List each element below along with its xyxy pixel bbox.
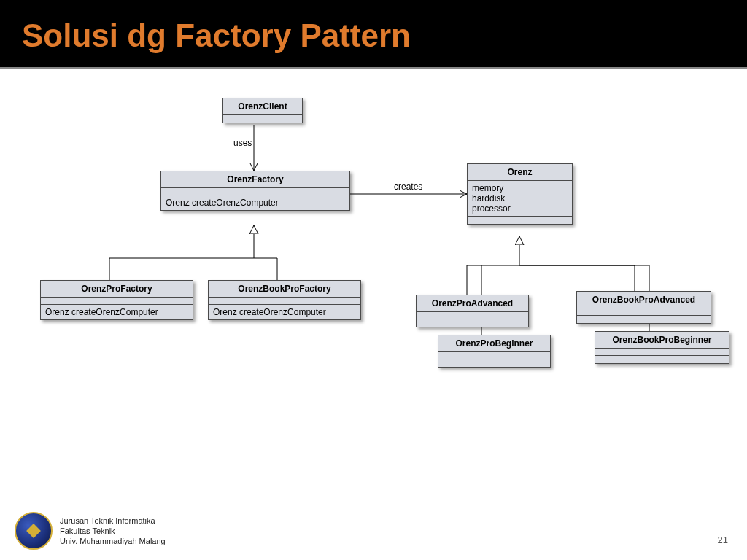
- affiliation-text: Jurusan Teknik Informatika Fakultas Tekn…: [60, 516, 166, 547]
- class-attributes: [595, 349, 729, 356]
- class-name: Orenz: [468, 164, 572, 181]
- label-uses: uses: [233, 138, 252, 148]
- class-orenz-client: OrenzClient: [222, 98, 303, 123]
- class-name: OrenzBookProBeginner: [595, 332, 729, 349]
- class-attributes: [161, 188, 349, 195]
- class-orenz: Orenz memory harddisk processor: [467, 163, 573, 225]
- class-orenz-book-pro-beginner: OrenzBookProBeginner: [595, 331, 729, 364]
- class-attributes: [438, 352, 550, 359]
- class-name: OrenzBookProAdvanced: [577, 292, 711, 308]
- slide-header: Solusi dg Factory Pattern: [0, 0, 747, 69]
- class-name: OrenzClient: [223, 98, 302, 115]
- class-attributes: memory harddisk processor: [468, 181, 572, 217]
- affiliation-line: Jurusan Teknik Informatika: [60, 516, 166, 526]
- class-orenz-factory: OrenzFactory Orenz createOrenzComputer: [160, 171, 350, 211]
- class-operations: [577, 316, 711, 323]
- affiliation-line: Fakultas Teknik: [60, 526, 166, 536]
- class-operations: [595, 356, 729, 363]
- label-creates: creates: [394, 182, 422, 192]
- diagram-canvas: uses creates OrenzClient OrenzFactory Or…: [0, 69, 747, 477]
- class-orenz-pro-advanced: OrenzProAdvanced: [416, 295, 529, 327]
- class-attributes: [577, 308, 711, 316]
- class-operations: Orenz createOrenzComputer: [41, 305, 193, 319]
- page-number: 21: [718, 534, 728, 545]
- class-name: OrenzBookProFactory: [209, 281, 360, 298]
- class-orenz-book-pro-advanced: OrenzBookProAdvanced: [576, 291, 711, 324]
- attr-row: harddisk: [472, 193, 568, 203]
- footer: Jurusan Teknik Informatika Fakultas Tekn…: [15, 512, 166, 550]
- class-operations: [417, 319, 528, 327]
- attr-row: memory: [472, 183, 568, 193]
- class-attributes: [223, 115, 302, 122]
- class-name: OrenzFactory: [161, 171, 349, 188]
- slide-title: Solusi dg Factory Pattern: [22, 18, 725, 54]
- affiliation-line: Univ. Muhammadiyah Malang: [60, 536, 166, 546]
- class-operations: Orenz createOrenzComputer: [209, 305, 360, 319]
- class-name: OrenzProFactory: [41, 281, 193, 298]
- class-name: OrenzProAdvanced: [417, 295, 528, 312]
- university-logo-icon: [15, 512, 53, 550]
- class-attributes: [41, 298, 193, 305]
- attr-row: processor: [472, 203, 568, 214]
- class-orenz-pro-beginner: OrenzProBeginner: [438, 335, 551, 368]
- class-orenz-book-pro-factory: OrenzBookProFactory Orenz createOrenzCom…: [208, 280, 361, 320]
- class-attributes: [417, 312, 528, 319]
- class-attributes: [209, 298, 360, 305]
- class-operations: Orenz createOrenzComputer: [161, 195, 349, 210]
- connector-layer: [0, 69, 747, 477]
- class-name: OrenzProBeginner: [438, 335, 550, 352]
- class-operations: [468, 217, 572, 224]
- class-operations: [438, 359, 550, 367]
- class-orenz-pro-factory: OrenzProFactory Orenz createOrenzCompute…: [40, 280, 193, 320]
